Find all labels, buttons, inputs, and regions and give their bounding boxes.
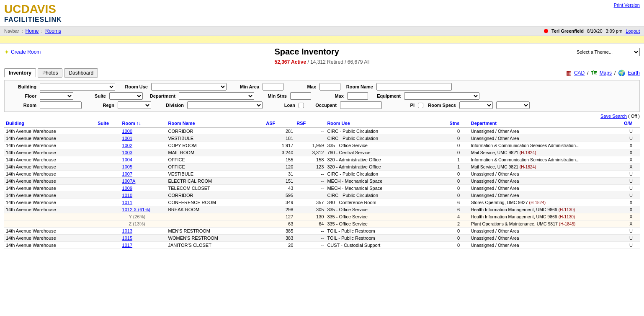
room-cell[interactable]: 1007A	[121, 178, 167, 185]
room-name-cell: MAIL ROOM	[167, 149, 265, 156]
floor-select[interactable]	[40, 92, 73, 100]
room-cell[interactable]: 1005	[121, 163, 167, 171]
occupant-input[interactable]	[340, 101, 382, 109]
th-room-name[interactable]: Room Name	[167, 119, 265, 127]
division-select[interactable]	[187, 101, 263, 109]
room-cell[interactable]: 1013	[121, 228, 167, 235]
tab-dashboard[interactable]: Dashboard	[64, 68, 98, 78]
dept-cell: Information & Communication Services Adm…	[469, 142, 622, 149]
th-stns[interactable]: Stns	[448, 119, 469, 127]
save-search-link[interactable]: Save Search	[600, 114, 627, 119]
room-use-cell: 760 - Central Service	[325, 149, 448, 156]
asf-cell: 349	[264, 199, 295, 206]
room-cell[interactable]: 1007	[121, 171, 167, 178]
room-use-cell: TOIL - Public Restroom	[325, 228, 448, 235]
room-link[interactable]: 1015	[122, 236, 132, 241]
room-cell[interactable]: 1017	[121, 242, 167, 249]
room-specs-select2[interactable]	[496, 101, 530, 109]
asf-cell: 20	[264, 242, 295, 249]
om-cell: X	[622, 142, 640, 149]
cad-link[interactable]: CAD	[574, 70, 585, 76]
dept-cell: Health Information Management, UMC 9866 …	[469, 206, 622, 213]
room-use-cell: MECH - Mechanical Space	[325, 185, 448, 192]
room-link[interactable]: 1011	[122, 200, 132, 205]
room-use-cell: TOIL - Public Restroom	[325, 235, 448, 242]
room-link[interactable]: 1002	[122, 143, 132, 148]
room-cell[interactable]: 1010	[121, 192, 167, 199]
building-cell: 14th Avenue Warehouse	[4, 163, 96, 171]
equipment-select[interactable]	[404, 92, 479, 100]
asf-cell: 63	[264, 220, 295, 228]
room-cell[interactable]: 1012 X (61%)	[121, 206, 167, 213]
tab-photos[interactable]: Photos	[38, 68, 62, 78]
room-cell[interactable]: 1003	[121, 149, 167, 156]
room-name-cell: TELECOM CLOSET	[167, 185, 265, 192]
status-indicator	[544, 29, 548, 33]
rsf-cell: 64	[295, 220, 325, 228]
th-rsf[interactable]: RSF	[295, 119, 325, 127]
room-specs-select1[interactable]	[459, 101, 493, 109]
stns-cell: 0	[448, 171, 469, 178]
th-department[interactable]: Department	[469, 119, 622, 127]
th-om[interactable]: O/M	[622, 119, 640, 127]
om-cell: U	[622, 135, 640, 142]
room-link[interactable]: 1007A	[122, 179, 136, 184]
page-header: UCDAVIS FACILITIESLINK Print Version	[0, 0, 644, 26]
om-cell: X	[622, 213, 640, 220]
room-input[interactable]	[40, 101, 82, 109]
rsf-cell: --	[295, 192, 325, 199]
building-select[interactable]	[40, 83, 115, 91]
dept-cell: Unassigned / Other Area	[469, 228, 622, 235]
th-suite[interactable]: Suite	[96, 119, 120, 127]
maps-link[interactable]: Maps	[600, 70, 612, 76]
department-select[interactable]	[179, 92, 254, 100]
pi-checkbox[interactable]	[418, 103, 423, 108]
room-use-cell: CIRC - Public Circulation	[325, 171, 448, 178]
building-cell: 14th Avenue Warehouse	[4, 185, 96, 192]
room-link[interactable]: 1005	[122, 164, 132, 169]
room-link[interactable]: 1003	[122, 150, 132, 155]
room-cell[interactable]: 1002	[121, 142, 167, 149]
th-building[interactable]: Building	[4, 119, 96, 127]
room-link[interactable]: 1004	[122, 157, 132, 162]
room-cell[interactable]: 1004	[121, 156, 167, 163]
print-version-link[interactable]: Print Version	[614, 3, 640, 8]
room-link[interactable]: 1010	[122, 193, 132, 198]
regn-select[interactable]	[118, 101, 151, 109]
room-cell[interactable]: 1015	[121, 235, 167, 242]
room-link[interactable]: 1009	[122, 186, 132, 191]
asf-cell: 127	[264, 213, 295, 220]
room-link[interactable]: 1001	[122, 136, 132, 141]
earth-link[interactable]: Earth	[628, 70, 640, 76]
th-room[interactable]: Room ↑↓	[121, 119, 167, 127]
room-cell[interactable]: 1001	[121, 135, 167, 142]
room-link[interactable]: 1013	[122, 228, 132, 233]
min-stns-input[interactable]	[290, 92, 311, 100]
table-row: 14th Avenue Warehouse 1003 MAIL ROOM 3,2…	[4, 149, 640, 156]
navbar-rooms[interactable]: Rooms	[45, 28, 61, 34]
suite-select[interactable]	[109, 92, 143, 100]
max-area-input[interactable]	[319, 83, 340, 91]
th-room-use[interactable]: Room Use	[325, 119, 448, 127]
room-cell[interactable]: 1011	[121, 199, 167, 206]
theme-select[interactable]: Select a Theme...	[573, 48, 640, 56]
create-room-button[interactable]: ✦ Create Room	[4, 49, 41, 55]
room-link[interactable]: 1012 X (61%)	[122, 207, 150, 212]
room-use-select[interactable]	[151, 83, 227, 91]
table-row: 14th Avenue Warehouse 1012 X (61%) BREAK…	[4, 206, 640, 213]
room-cell[interactable]: 1000	[121, 127, 167, 135]
navbar-home[interactable]: Home	[26, 28, 39, 34]
table-row: 14th Avenue Warehouse 1007A ELECTRICAL R…	[4, 178, 640, 185]
logout-link[interactable]: Logout	[626, 28, 640, 34]
room-link[interactable]: 1007	[122, 171, 132, 176]
room-cell[interactable]: 1009	[121, 185, 167, 192]
loan-checkbox[interactable]	[299, 103, 304, 108]
room-link[interactable]: 1017	[122, 243, 132, 248]
om-cell: U	[622, 235, 640, 242]
room-link[interactable]: 1000	[122, 129, 132, 134]
min-area-input[interactable]	[263, 83, 283, 91]
tab-inventory[interactable]: Inventory	[4, 68, 36, 78]
room-name-input[interactable]	[376, 83, 452, 91]
th-asf[interactable]: ASF	[264, 119, 295, 127]
max-stns-input[interactable]	[347, 92, 368, 100]
